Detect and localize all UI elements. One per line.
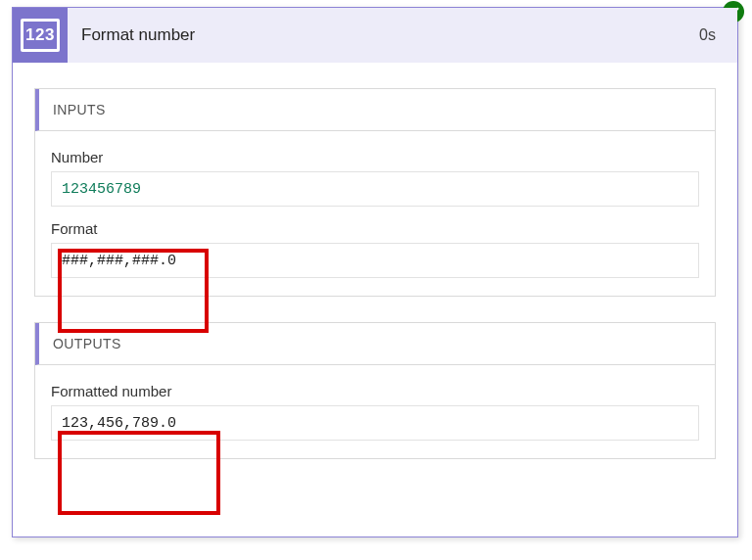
- inputs-section-title: INPUTS: [35, 89, 715, 131]
- field-number-value[interactable]: 123456789: [51, 171, 699, 207]
- field-formatted-value[interactable]: 123,456,789.0: [51, 405, 699, 441]
- inputs-section: INPUTS Number 123456789 Format ###,###,#…: [34, 88, 716, 297]
- outputs-section-title: OUTPUTS: [35, 323, 715, 365]
- card-header[interactable]: 123 Format number 0s: [13, 8, 737, 63]
- card-title: Format number: [81, 25, 699, 45]
- inputs-section-body: Number 123456789 Format ###,###,###.0: [35, 131, 715, 296]
- field-format: Format ###,###,###.0: [51, 220, 699, 278]
- outputs-section: OUTPUTS Formatted number 123,456,789.0: [34, 322, 716, 459]
- icon-text: 123: [21, 19, 60, 52]
- format-number-icon: 123: [13, 8, 68, 63]
- card-body: INPUTS Number 123456789 Format ###,###,#…: [13, 63, 737, 506]
- field-format-label: Format: [51, 220, 699, 237]
- field-number: Number 123456789: [51, 149, 699, 207]
- field-number-label: Number: [51, 149, 699, 165]
- field-format-value[interactable]: ###,###,###.0: [51, 243, 699, 278]
- field-formatted-label: Formatted number: [51, 383, 699, 399]
- card-duration: 0s: [699, 26, 737, 44]
- field-formatted: Formatted number 123,456,789.0: [51, 383, 699, 441]
- action-card: 123 Format number 0s INPUTS Number 12345…: [12, 7, 738, 537]
- outputs-section-body: Formatted number 123,456,789.0: [35, 365, 715, 458]
